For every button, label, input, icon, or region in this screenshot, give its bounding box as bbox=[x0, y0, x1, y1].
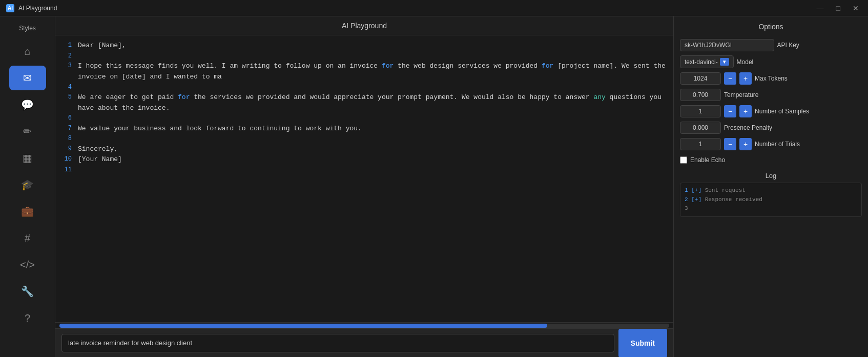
max-tokens-decrement[interactable]: − bbox=[724, 72, 736, 85]
num-trials-value[interactable]: 1 bbox=[680, 138, 721, 150]
main-layout: Styles ⌂ ✉ 💬 ✏ ▦ 🎓 💼 # </> 🔧 ? AI Playgr… bbox=[0, 16, 868, 357]
num-trials-label: Number of Trials bbox=[755, 141, 862, 148]
sidebar-item-tools[interactable]: 🔧 bbox=[9, 279, 46, 304]
sidebar-item-graduation[interactable]: 🎓 bbox=[9, 172, 46, 197]
titlebar-left: AI AI Playground bbox=[6, 4, 57, 12]
code-line-1: 1Dear [Name], bbox=[55, 41, 673, 51]
log-area: 1 [+] Sent request2 [+] Response receive… bbox=[680, 183, 862, 217]
log-line: 2 [+] Response received bbox=[685, 195, 857, 205]
code-line-11: 11 bbox=[55, 165, 673, 175]
line-content bbox=[78, 113, 669, 123]
num-trials-increment[interactable]: + bbox=[739, 138, 752, 150]
sidebar-item-briefcase[interactable]: 💼 bbox=[9, 199, 46, 224]
log-section: Log 1 [+] Sent request2 [+] Response rec… bbox=[680, 172, 862, 217]
line-content bbox=[78, 51, 669, 61]
code-editor[interactable]: 1Dear [Name],23I hope this message finds… bbox=[55, 35, 673, 322]
line-number: 10 bbox=[59, 154, 72, 165]
line-content: Dear [Name], bbox=[78, 41, 669, 51]
presence-penalty-row: 0.000 Presence Penalty bbox=[680, 122, 862, 134]
model-label: Model bbox=[737, 58, 862, 66]
sidebar: Styles ⌂ ✉ 💬 ✏ ▦ 🎓 💼 # </> 🔧 ? bbox=[0, 16, 55, 357]
code-line-3: 3I hope this message finds you well. I a… bbox=[55, 61, 673, 83]
log-text: Sent request bbox=[705, 187, 746, 193]
enable-echo-label: Enable Echo bbox=[690, 156, 862, 164]
sidebar-item-chat[interactable]: 💬 bbox=[9, 92, 46, 117]
max-tokens-row: 1024 − + Max Tokens bbox=[680, 72, 862, 85]
api-key-row: sk-W1hJ2DvWGI API Key bbox=[680, 39, 862, 51]
line-number: 2 bbox=[59, 51, 72, 61]
options-title: Options bbox=[680, 23, 862, 31]
sidebar-item-edit[interactable]: ✏ bbox=[9, 119, 46, 144]
sidebar-item-email[interactable]: ✉ bbox=[9, 66, 46, 90]
temperature-label: Temperature bbox=[724, 91, 862, 98]
line-content bbox=[78, 83, 669, 92]
app-logo: AI bbox=[6, 4, 14, 12]
log-line: 1 [+] Sent request bbox=[685, 186, 857, 195]
sidebar-title: Styles bbox=[19, 21, 36, 38]
enable-echo-checkbox[interactable] bbox=[680, 156, 687, 164]
sidebar-item-home[interactable]: ⌂ bbox=[9, 39, 46, 64]
sidebar-item-help[interactable]: ? bbox=[9, 306, 46, 330]
sidebar-item-code[interactable]: </> bbox=[9, 252, 46, 277]
code-line-6: 6 bbox=[55, 113, 673, 123]
line-number: 7 bbox=[59, 124, 72, 134]
sidebar-item-table[interactable]: ▦ bbox=[9, 146, 46, 170]
line-content bbox=[78, 134, 669, 144]
num-samples-value[interactable]: 1 bbox=[680, 105, 721, 117]
code-line-5: 5We are eager to get paid for the servic… bbox=[55, 92, 673, 114]
temperature-value[interactable]: 0.700 bbox=[680, 89, 721, 101]
line-content: [Your Name] bbox=[78, 154, 669, 165]
max-tokens-increment[interactable]: + bbox=[739, 72, 752, 85]
model-dropdown-arrow[interactable]: ▼ bbox=[720, 58, 729, 66]
code-line-8: 8 bbox=[55, 134, 673, 144]
api-key-label: API Key bbox=[777, 42, 862, 49]
options-panel: Options sk-W1hJ2DvWGI API Key text-davin… bbox=[673, 16, 868, 357]
line-content: I hope this message finds you well. I am… bbox=[78, 61, 669, 83]
max-tokens-value[interactable]: 1024 bbox=[680, 72, 721, 85]
line-number: 11 bbox=[59, 165, 72, 175]
minimize-button[interactable]: — bbox=[814, 3, 827, 13]
scrollbar-thumb[interactable] bbox=[59, 324, 547, 328]
log-title: Log bbox=[680, 172, 862, 180]
model-row: text-davinci- ▼ Model bbox=[680, 55, 862, 68]
line-content bbox=[78, 165, 669, 175]
line-content: Sincerely, bbox=[78, 144, 669, 155]
content-area: AI Playground 1Dear [Name],23I hope this… bbox=[55, 16, 673, 357]
titlebar: AI AI Playground — □ ✕ bbox=[0, 0, 868, 16]
prompt-input[interactable] bbox=[61, 334, 614, 352]
maximize-button[interactable]: □ bbox=[833, 3, 843, 13]
api-key-value[interactable]: sk-W1hJ2DvWGI bbox=[680, 39, 774, 51]
bottom-bar: Submit bbox=[55, 328, 673, 357]
line-number: 5 bbox=[59, 92, 72, 114]
sidebar-item-hashtag[interactable]: # bbox=[9, 226, 46, 250]
code-line-4: 4 bbox=[55, 83, 673, 92]
line-content: We are eager to get paid for the service… bbox=[78, 92, 669, 114]
code-line-7: 7We value your business and look forward… bbox=[55, 124, 673, 134]
titlebar-controls: — □ ✕ bbox=[814, 3, 862, 13]
log-prefix: 1 [+] bbox=[685, 187, 701, 193]
titlebar-title: AI Playground bbox=[18, 5, 57, 12]
log-line: 3 bbox=[685, 204, 857, 213]
num-trials-decrement[interactable]: − bbox=[724, 138, 736, 150]
presence-penalty-label: Presence Penalty bbox=[724, 124, 862, 131]
log-text: Response received bbox=[705, 196, 762, 203]
num-samples-decrement[interactable]: − bbox=[724, 105, 736, 117]
code-line-9: 9Sincerely, bbox=[55, 144, 673, 155]
model-value[interactable]: text-davinci- ▼ bbox=[680, 55, 734, 68]
num-samples-increment[interactable]: + bbox=[739, 105, 752, 117]
horizontal-scrollbar[interactable] bbox=[55, 322, 673, 328]
content-header: AI Playground bbox=[55, 16, 673, 35]
temperature-row: 0.700 Temperature bbox=[680, 89, 862, 101]
submit-button[interactable]: Submit bbox=[618, 329, 667, 358]
code-line-2: 2 bbox=[55, 51, 673, 61]
model-text: text-davinci- bbox=[685, 58, 718, 66]
num-samples-label: Number of Samples bbox=[755, 108, 862, 115]
scrollbar-track bbox=[59, 324, 669, 328]
line-number: 3 bbox=[59, 61, 72, 83]
line-number: 6 bbox=[59, 113, 72, 123]
presence-penalty-value[interactable]: 0.000 bbox=[680, 122, 721, 134]
close-button[interactable]: ✕ bbox=[850, 3, 862, 13]
max-tokens-label: Max Tokens bbox=[755, 75, 862, 82]
log-prefix: 2 [+] bbox=[685, 196, 701, 203]
code-line-10: 10[Your Name] bbox=[55, 154, 673, 165]
